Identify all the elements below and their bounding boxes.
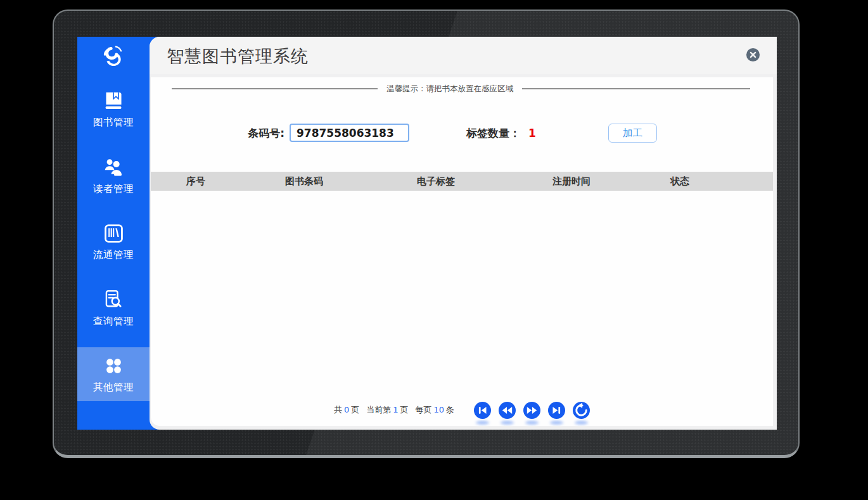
first-page-icon	[474, 402, 491, 419]
total-pages: 共0页	[334, 404, 359, 416]
book-icon	[102, 89, 125, 113]
sidebar-item-label: 读者管理	[93, 183, 134, 196]
titlebar: 智慧图书管理系统	[150, 37, 777, 74]
rewind-icon	[499, 402, 516, 419]
app-logo-icon	[77, 41, 150, 75]
pagination-buttons	[466, 402, 590, 419]
barcode-input[interactable]	[290, 124, 409, 142]
page-title: 智慧图书管理系统	[150, 37, 777, 76]
sidebar-item-label: 流通管理	[93, 248, 134, 262]
last-page-button[interactable]	[548, 402, 565, 419]
forward-icon	[523, 402, 540, 419]
hint-text: 温馨提示：请把书本放置在感应区域	[386, 84, 513, 94]
current-page: 当前第1页	[366, 404, 408, 416]
barcode-label: 条码号:	[151, 124, 284, 143]
sidebar-item-query[interactable]: 查询管理	[77, 281, 150, 335]
column-header-tag: 电子标签	[367, 176, 504, 188]
column-header-status: 状态	[639, 176, 721, 188]
sidebar-item-circulation[interactable]: 流通管理	[77, 215, 150, 269]
rewind-button[interactable]	[499, 402, 516, 419]
four-dots-icon	[102, 354, 125, 378]
sidebar-item-books[interactable]: 图书管理	[77, 82, 150, 136]
hint-row: 温馨提示：请把书本放置在感应区域	[172, 84, 750, 94]
app-window: 图书管理 读者管理	[77, 37, 777, 430]
refresh-icon	[573, 402, 590, 419]
process-button[interactable]: 加工	[608, 124, 657, 143]
page-size: 每页10条	[416, 404, 455, 416]
bookshelf-icon	[102, 222, 125, 245]
work-area: 温馨提示：请把书本放置在感应区域 条码号: 标签数量： 1 加工 序号 图书条码…	[151, 77, 773, 426]
sidebar-item-readers[interactable]: 读者管理	[77, 149, 150, 203]
table-body	[151, 191, 773, 397]
last-page-icon	[548, 402, 565, 419]
pagination: 共0页 当前第1页 每页10条	[151, 401, 773, 419]
main-panel: 智慧图书管理系统 温馨提示：请把书本放置在感应区域 条码号:	[150, 37, 777, 430]
refresh-button[interactable]	[573, 402, 590, 419]
column-header-regtime: 注册时间	[504, 176, 639, 188]
tag-count-label: 标签数量：	[466, 124, 520, 143]
sidebar: 图书管理 读者管理	[77, 37, 150, 430]
sidebar-item-other[interactable]: 其他管理	[77, 347, 150, 401]
forward-button[interactable]	[523, 402, 540, 419]
column-header-index: 序号	[151, 176, 241, 188]
tablet-frame: 图书管理 读者管理	[53, 10, 800, 458]
hint-divider-right	[522, 88, 750, 89]
form-row: 条码号: 标签数量： 1 加工	[151, 124, 773, 143]
readers-icon	[102, 156, 125, 179]
tag-count-value: 1	[528, 124, 536, 143]
close-icon	[746, 48, 760, 62]
search-doc-icon	[102, 288, 125, 312]
sidebar-item-label: 查询管理	[93, 315, 134, 328]
sidebar-item-label: 其他管理	[93, 381, 134, 394]
first-page-button[interactable]	[474, 402, 491, 419]
column-header-barcode: 图书条码	[241, 176, 367, 188]
sidebar-item-label: 图书管理	[93, 116, 134, 129]
table-header: 序号 图书条码 电子标签 注册时间 状态	[151, 172, 773, 191]
pagination-summary: 共0页 当前第1页 每页10条	[334, 404, 461, 416]
hint-divider-left	[172, 88, 378, 89]
close-button[interactable]	[746, 48, 760, 62]
